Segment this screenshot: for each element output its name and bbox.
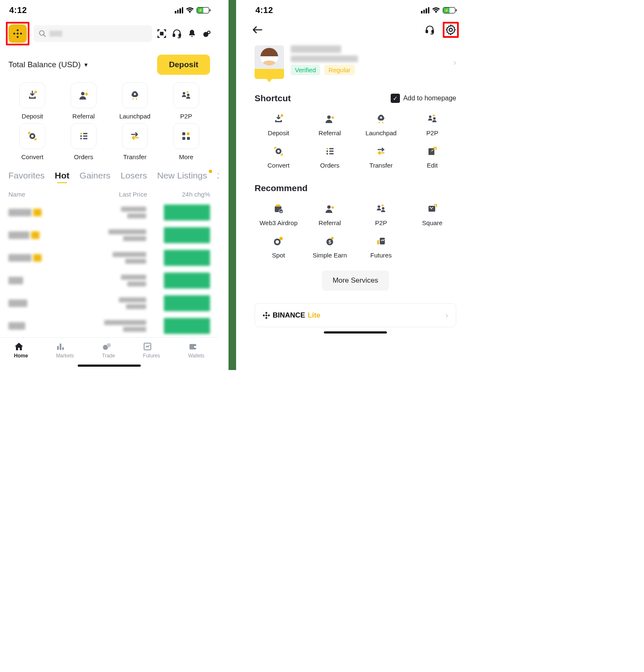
tab-favorites[interactable]: Favorites: [8, 171, 45, 181]
balance-label[interactable]: Total Balance (USD) ▼: [8, 60, 89, 69]
svg-text:$: $: [329, 240, 331, 244]
clock: 4:12: [255, 5, 273, 15]
back-button[interactable]: [252, 26, 263, 34]
shortcut-edit[interactable]: Edit: [408, 144, 456, 169]
tab-losers[interactable]: Losers: [121, 171, 147, 181]
col-change: 24h chg%: [147, 191, 210, 198]
headset-icon[interactable]: [171, 28, 182, 39]
shortcut-deposit[interactable]: Deposit: [8, 82, 56, 120]
svg-rect-23: [83, 136, 87, 137]
shortcut-orders[interactable]: Orders: [60, 123, 108, 160]
tab-hot[interactable]: Hot: [55, 171, 69, 181]
svg-rect-2: [13, 32, 16, 35]
more-services-button[interactable]: More Services: [322, 270, 389, 291]
nav-trade[interactable]: Trade: [102, 342, 115, 359]
shortcut-convert[interactable]: Convert: [255, 144, 302, 169]
search-input[interactable]: [34, 25, 152, 42]
svg-point-16: [183, 92, 185, 94]
svg-rect-28: [182, 137, 185, 140]
tab-more[interactable]: 2: [217, 171, 218, 181]
wallet-icon: [188, 342, 205, 351]
svg-rect-50: [329, 151, 334, 152]
rec-spot[interactable]: Spot: [255, 234, 302, 259]
screenshot-separator: [229, 0, 236, 370]
svg-point-34: [107, 343, 111, 347]
svg-rect-38: [426, 30, 428, 33]
col-name: Name: [8, 191, 84, 198]
svg-rect-37: [194, 346, 197, 348]
svg-rect-7: [160, 32, 163, 35]
nav-markets[interactable]: Markets: [56, 342, 74, 359]
wifi-icon: [186, 7, 194, 13]
binance-logo-icon[interactable]: [8, 24, 27, 43]
add-homepage-checkbox[interactable]: ✓ Add to homepage: [391, 94, 456, 103]
table-row[interactable]: [0, 247, 218, 269]
table-row[interactable]: [0, 224, 218, 247]
rec-referral[interactable]: Referral: [306, 202, 354, 226]
recommend-grid: Web3 Airdrop Referral P2P Square Spot $S…: [246, 197, 465, 263]
battery-icon: ⚡: [443, 7, 455, 13]
shortcut-p2p[interactable]: P2P: [408, 112, 456, 136]
svg-point-22: [80, 135, 82, 137]
svg-rect-32: [62, 347, 64, 350]
nav-home[interactable]: Home: [14, 342, 28, 359]
table-row[interactable]: [0, 269, 218, 292]
table-row[interactable]: [0, 292, 218, 315]
trade-icon: [102, 342, 115, 351]
svg-rect-9: [179, 34, 181, 37]
table-row[interactable]: [0, 315, 218, 337]
svg-point-27: [187, 132, 190, 135]
svg-rect-70: [265, 317, 268, 319]
shortcut-title: Shortcut: [255, 93, 291, 103]
shortcut-referral[interactable]: Referral: [306, 112, 354, 136]
battery-icon: ⚡: [197, 7, 209, 13]
rec-p2p[interactable]: P2P: [357, 202, 405, 226]
rec-simple-earn[interactable]: $Simple Earn: [306, 234, 354, 259]
chevron-right-icon: ›: [445, 310, 448, 320]
svg-rect-3: [20, 32, 22, 35]
shortcut-referral[interactable]: Referral: [60, 82, 108, 120]
rec-square[interactable]: Square: [408, 202, 456, 226]
shortcut-more[interactable]: More: [162, 123, 210, 160]
svg-rect-52: [329, 153, 334, 155]
svg-point-42: [380, 117, 382, 119]
signal-icon: [421, 7, 429, 13]
svg-point-14: [81, 92, 84, 95]
shortcut-launchpad[interactable]: Launchpad: [111, 82, 159, 120]
home-screen: 4:12 ⚡: [0, 0, 218, 370]
bell-icon[interactable]: [187, 28, 197, 39]
rec-futures[interactable]: Futures: [357, 234, 405, 259]
deposit-button[interactable]: Deposit: [157, 55, 210, 75]
shortcut-transfer[interactable]: Transfer: [357, 144, 405, 169]
svg-rect-72: [268, 314, 270, 317]
headset-icon[interactable]: [424, 24, 435, 35]
table-header: Name Last Price 24h chg%: [0, 183, 218, 201]
svg-rect-21: [83, 133, 87, 134]
shortcut-launchpad[interactable]: Launchpad: [357, 112, 405, 136]
svg-point-62: [276, 240, 279, 244]
shortcut-transfer[interactable]: Transfer: [111, 123, 159, 160]
svg-point-51: [326, 153, 328, 155]
svg-point-63: [279, 237, 283, 240]
shortcut-orders[interactable]: Orders: [306, 144, 354, 169]
avatar: [255, 45, 284, 79]
shortcut-convert[interactable]: Convert: [8, 123, 56, 160]
tab-gainers[interactable]: Gainers: [79, 171, 110, 181]
nav-futures[interactable]: Futures: [143, 342, 160, 359]
coin-icon[interactable]: [202, 28, 213, 39]
tab-new-listings[interactable]: New Listings: [157, 171, 207, 181]
nav-wallets[interactable]: Wallets: [188, 342, 205, 359]
status-bar: 4:12 ⚡: [246, 0, 465, 18]
profile-card[interactable]: Verified Regular ›: [246, 41, 465, 83]
svg-rect-31: [60, 344, 61, 350]
table-row[interactable]: [0, 201, 218, 224]
rec-web3[interactable]: Web3 Airdrop: [255, 202, 302, 226]
settings-button[interactable]: [445, 24, 456, 35]
shortcut-deposit[interactable]: Deposit: [255, 112, 302, 136]
svg-point-13: [34, 91, 37, 93]
scan-icon[interactable]: [156, 28, 167, 39]
profile-screen: 4:12 ⚡: [246, 0, 465, 370]
col-price: Last Price: [84, 191, 147, 198]
binance-lite-card[interactable]: BINANCE Lite ›: [255, 303, 456, 327]
shortcut-p2p[interactable]: P2P: [162, 82, 210, 120]
